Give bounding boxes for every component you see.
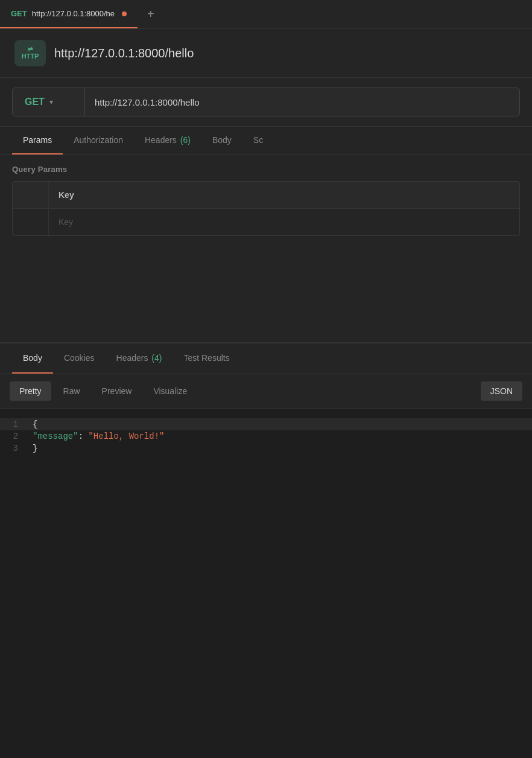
tab-scripts[interactable]: Sc xyxy=(242,127,274,154)
tab-authorization[interactable]: Authorization xyxy=(63,127,134,154)
json-value: "Hello, World!" xyxy=(88,432,164,441)
params-input-row: Key xyxy=(13,209,519,235)
resp-tab-headers[interactable]: Headers (4) xyxy=(106,343,173,374)
code-content-2: "message": "Hello, World!" xyxy=(30,432,532,441)
params-check-cell[interactable] xyxy=(13,209,49,235)
method-text: GET xyxy=(25,97,45,107)
headers-badge: (6) xyxy=(178,135,191,145)
code-line-1: 1 { xyxy=(0,418,532,430)
tab-method-label: GET xyxy=(11,9,27,18)
method-selector[interactable]: GET ▾ xyxy=(13,88,85,116)
code-body: 1 { 2 "message": "Hello, World!" 3 } xyxy=(0,409,532,464)
query-params-title: Query Params xyxy=(12,165,520,174)
params-section: Query Params Key Key xyxy=(0,155,532,246)
tab-bar: GET http://127.0.0.1:8000/he + xyxy=(0,0,532,29)
http-icon-label: HTTP xyxy=(22,53,39,60)
format-tab-visualize[interactable]: Visualize xyxy=(144,381,197,401)
line-number-1: 1 xyxy=(0,419,30,429)
params-check-header xyxy=(13,182,49,208)
request-title-url: http://127.0.0.1:8000/hello xyxy=(54,46,194,60)
response-section: Body Cookies Headers (4) Test Results Pr… xyxy=(0,343,532,464)
method-chevron-icon: ▾ xyxy=(49,98,53,106)
resp-tab-body[interactable]: Body xyxy=(12,343,53,374)
format-tab-raw[interactable]: Raw xyxy=(54,381,90,401)
tab-unsaved-dot xyxy=(122,11,127,16)
request-tabs: Params Authorization Headers (6) Body Sc xyxy=(0,127,532,155)
empty-space xyxy=(0,246,532,342)
line-number-3: 3 xyxy=(0,444,30,453)
resp-tab-test-results[interactable]: Test Results xyxy=(173,343,240,374)
line-number-2: 2 xyxy=(0,432,30,441)
code-content-3: } xyxy=(30,444,532,453)
json-colon: : xyxy=(78,432,89,441)
params-key-header: Key xyxy=(49,182,519,208)
new-tab-button[interactable]: + xyxy=(138,0,164,28)
params-key-cell[interactable]: Key xyxy=(49,209,519,235)
tab-body[interactable]: Body xyxy=(201,127,242,154)
format-type-selector[interactable]: JSON xyxy=(481,381,522,401)
tab-params[interactable]: Params xyxy=(12,127,63,154)
url-input[interactable] xyxy=(85,89,519,116)
request-bar: GET ▾ xyxy=(0,78,532,127)
params-table: Key Key xyxy=(12,181,520,236)
http-icon: ⇄ HTTP xyxy=(14,40,46,66)
code-content-1: { xyxy=(30,419,532,429)
resp-tab-cookies[interactable]: Cookies xyxy=(53,343,106,374)
format-tab-preview[interactable]: Preview xyxy=(92,381,142,401)
code-line-2: 2 "message": "Hello, World!" xyxy=(0,430,532,442)
format-tab-pretty[interactable]: Pretty xyxy=(10,381,51,401)
json-key: "message" xyxy=(33,432,78,441)
format-tabs: Pretty Raw Preview Visualize JSON xyxy=(0,374,532,409)
tab-url-label: http://127.0.0.1:8000/he xyxy=(32,9,115,18)
resp-headers-badge: (4) xyxy=(149,353,162,363)
response-tabs: Body Cookies Headers (4) Test Results xyxy=(0,343,532,374)
tab-headers[interactable]: Headers (6) xyxy=(134,127,201,154)
code-line-3: 3 } xyxy=(0,442,532,454)
request-header: ⇄ HTTP http://127.0.0.1:8000/hello xyxy=(0,29,532,78)
request-tab[interactable]: GET http://127.0.0.1:8000/he xyxy=(0,0,138,28)
request-input-row: GET ▾ xyxy=(12,88,520,116)
params-header-row: Key xyxy=(13,182,519,209)
